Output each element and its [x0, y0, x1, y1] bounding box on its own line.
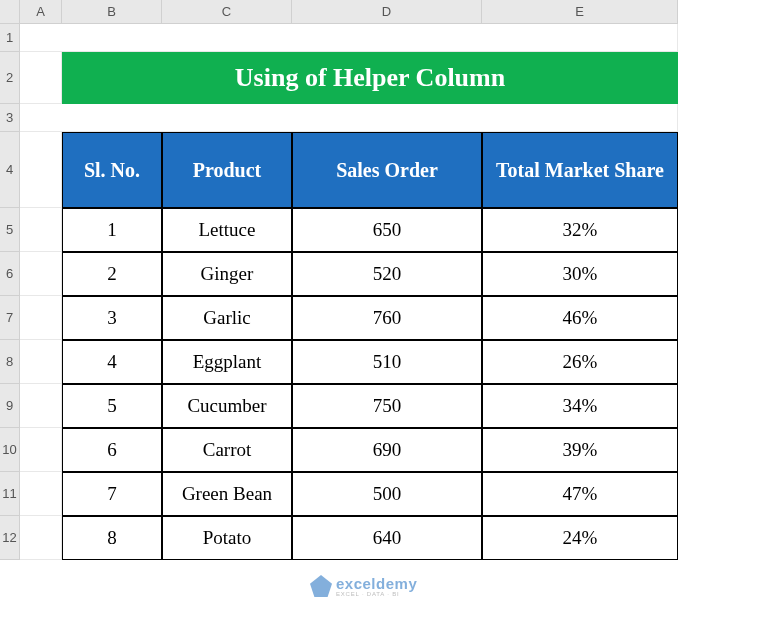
col-header-A[interactable]: A — [20, 0, 62, 24]
cell-share[interactable]: 26% — [482, 340, 678, 384]
cell-A8[interactable] — [20, 340, 62, 384]
cell-share[interactable]: 39% — [482, 428, 678, 472]
row-header-3[interactable]: 3 — [0, 104, 20, 132]
cell-sl[interactable]: 4 — [62, 340, 162, 384]
cell-A12[interactable] — [20, 516, 62, 560]
table-header-slno[interactable]: Sl. No. — [62, 132, 162, 208]
watermark-text: exceldemy EXCEL · DATA · BI — [336, 576, 417, 597]
cell-sales[interactable]: 760 — [292, 296, 482, 340]
cell-product[interactable]: Lettuce — [162, 208, 292, 252]
row-header-4[interactable]: 4 — [0, 132, 20, 208]
cell-share[interactable]: 47% — [482, 472, 678, 516]
cell-product[interactable]: Garlic — [162, 296, 292, 340]
watermark: exceldemy EXCEL · DATA · BI — [310, 575, 417, 597]
cell-product[interactable]: Eggplant — [162, 340, 292, 384]
cell-empty-r3[interactable] — [20, 104, 678, 132]
row-header-8[interactable]: 8 — [0, 340, 20, 384]
cell-sales[interactable]: 500 — [292, 472, 482, 516]
cell-sl[interactable]: 6 — [62, 428, 162, 472]
row-header-1[interactable]: 1 — [0, 24, 20, 52]
cell-sales[interactable]: 520 — [292, 252, 482, 296]
row-header-2[interactable]: 2 — [0, 52, 20, 104]
title-banner[interactable]: Using of Helper Column — [62, 52, 678, 104]
row-header-12[interactable]: 12 — [0, 516, 20, 560]
cell-share[interactable]: 30% — [482, 252, 678, 296]
cell-A2[interactable] — [20, 52, 62, 104]
cell-empty[interactable] — [20, 24, 678, 52]
cell-sl[interactable]: 2 — [62, 252, 162, 296]
grid-corner[interactable] — [0, 0, 20, 24]
cell-A5[interactable] — [20, 208, 62, 252]
cell-sales[interactable]: 750 — [292, 384, 482, 428]
cell-sl[interactable]: 3 — [62, 296, 162, 340]
cell-A10[interactable] — [20, 428, 62, 472]
cell-A11[interactable] — [20, 472, 62, 516]
cell-A7[interactable] — [20, 296, 62, 340]
cell-sl[interactable]: 1 — [62, 208, 162, 252]
cell-A9[interactable] — [20, 384, 62, 428]
row-header-9[interactable]: 9 — [0, 384, 20, 428]
col-header-B[interactable]: B — [62, 0, 162, 24]
watermark-sub: EXCEL · DATA · BI — [336, 591, 417, 597]
cell-share[interactable]: 34% — [482, 384, 678, 428]
row-header-11[interactable]: 11 — [0, 472, 20, 516]
col-header-C[interactable]: C — [162, 0, 292, 24]
row-header-10[interactable]: 10 — [0, 428, 20, 472]
col-header-D[interactable]: D — [292, 0, 482, 24]
cell-sales[interactable]: 650 — [292, 208, 482, 252]
cell-sl[interactable]: 7 — [62, 472, 162, 516]
spreadsheet-grid: A B C D E 1 2 Using of Helper Column 3 4… — [0, 0, 767, 560]
watermark-badge-icon — [310, 575, 332, 597]
row-header-5[interactable]: 5 — [0, 208, 20, 252]
cell-sales[interactable]: 510 — [292, 340, 482, 384]
table-header-product[interactable]: Product — [162, 132, 292, 208]
cell-product[interactable]: Green Bean — [162, 472, 292, 516]
cell-share[interactable]: 24% — [482, 516, 678, 560]
row-header-6[interactable]: 6 — [0, 252, 20, 296]
cell-sales[interactable]: 640 — [292, 516, 482, 560]
cell-product[interactable]: Carrot — [162, 428, 292, 472]
cell-product[interactable]: Cucumber — [162, 384, 292, 428]
table-header-sales[interactable]: Sales Order — [292, 132, 482, 208]
cell-sl[interactable]: 8 — [62, 516, 162, 560]
cell-A4[interactable] — [20, 132, 62, 208]
cell-product[interactable]: Ginger — [162, 252, 292, 296]
cell-share[interactable]: 46% — [482, 296, 678, 340]
table-header-share[interactable]: Total Market Share — [482, 132, 678, 208]
col-header-E[interactable]: E — [482, 0, 678, 24]
watermark-main: exceldemy — [336, 576, 417, 591]
row-header-7[interactable]: 7 — [0, 296, 20, 340]
cell-share[interactable]: 32% — [482, 208, 678, 252]
cell-A6[interactable] — [20, 252, 62, 296]
cell-sl[interactable]: 5 — [62, 384, 162, 428]
cell-product[interactable]: Potato — [162, 516, 292, 560]
cell-sales[interactable]: 690 — [292, 428, 482, 472]
